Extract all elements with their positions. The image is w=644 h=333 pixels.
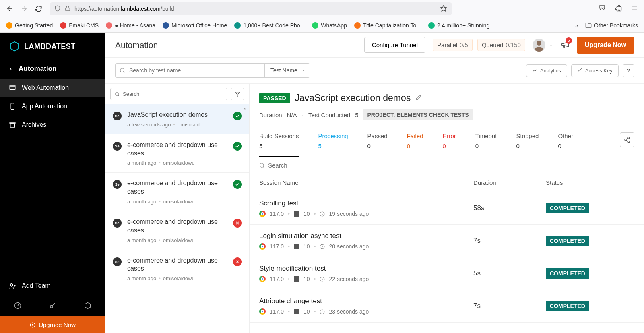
search-type-select[interactable]: Test Name <box>264 64 310 77</box>
chevron-up-icon[interactable] <box>242 106 248 112</box>
session-row[interactable]: Style modification test 117.0 •10 • 22 s… <box>250 257 644 290</box>
session-status-badge: COMPLETED <box>546 236 589 246</box>
chevron-left-icon <box>9 67 13 71</box>
session-duration: 58s <box>473 199 546 217</box>
overflow-icon[interactable]: » <box>575 22 578 29</box>
edit-icon[interactable] <box>415 94 422 102</box>
svg-marker-16 <box>235 92 240 96</box>
build-item[interactable]: Se e-commerce and dropdown use cases a m… <box>105 134 249 173</box>
tab-label: Error <box>443 132 456 139</box>
bookmark-item[interactable]: Title Capitalization To... <box>354 22 421 29</box>
user-avatar[interactable] <box>533 39 545 52</box>
forward-button[interactable] <box>21 5 28 12</box>
build-item[interactable]: Se JavaScript execution demos a few seco… <box>105 104 249 134</box>
test-search-input[interactable] <box>116 64 264 77</box>
access-key-button[interactable]: Access Key <box>571 64 619 77</box>
share-button[interactable] <box>620 132 634 147</box>
tab-other[interactable]: Other0 <box>558 132 573 156</box>
search-bar: Test Name Analytics Access Key ? <box>105 58 644 84</box>
tab-processing[interactable]: Processing5 <box>318 132 348 156</box>
sidebar-item-app-automation[interactable]: App Automation <box>0 97 105 116</box>
lambdatest-logo-icon <box>9 41 20 52</box>
bookmarks-bar: Getting StartedEmaki CMS● Home - AsanaMi… <box>0 18 644 33</box>
filter-button[interactable] <box>231 88 244 100</box>
bookmark-item[interactable]: Emaki CMS <box>60 22 99 29</box>
session-row[interactable]: Login simulation async test 117.0 •10 • … <box>250 225 644 257</box>
tab-label: Processing <box>318 132 348 139</box>
notifications-button[interactable]: 5 <box>561 40 570 50</box>
col-status: Status <box>546 179 634 186</box>
svg-line-24 <box>626 140 628 141</box>
chrome-icon <box>259 276 266 282</box>
chrome-icon <box>259 243 266 250</box>
extensions-icon[interactable] <box>615 4 622 13</box>
duration-value: N/A <box>287 112 297 118</box>
svg-line-25 <box>626 138 628 139</box>
pocket-icon[interactable] <box>599 4 606 13</box>
star-icon[interactable] <box>440 5 447 13</box>
build-item[interactable]: Se e-commerce and dropdown use cases a m… <box>105 211 249 250</box>
tab-error[interactable]: Error0 <box>443 132 456 156</box>
bookmark-item[interactable]: ● Home - Asana <box>106 22 155 29</box>
tab-count: 0 <box>443 143 446 149</box>
session-meta: 117.0 •10 • 23 seconds ago <box>259 308 473 315</box>
analytics-button[interactable]: Analytics <box>526 64 567 77</box>
tab-timeout[interactable]: Timeout0 <box>475 132 497 156</box>
bookmark-favicon <box>428 22 435 29</box>
session-row[interactable]: Attribute change test 117.0 •10 • 23 sec… <box>250 290 644 323</box>
tab-count: 0 <box>516 143 519 149</box>
tab-stopped[interactable]: Stopped0 <box>516 132 539 156</box>
bookmark-item[interactable]: WhatsApp <box>312 22 347 29</box>
session-duration: 5s <box>473 265 546 282</box>
bookmark-label: Emaki CMS <box>69 22 99 29</box>
shield-icon <box>54 5 61 13</box>
bookmark-label: 1,000+ Best Code Pho... <box>243 22 305 29</box>
archive-icon <box>9 121 16 128</box>
cube-icon[interactable] <box>84 302 91 311</box>
tab-count: 0 <box>367 143 371 149</box>
logo[interactable]: LAMBDATEST <box>0 33 105 59</box>
build-status-icon <box>233 180 242 189</box>
tab-failed[interactable]: Failed0 <box>407 132 423 156</box>
bookmark-item[interactable]: Microsoft Office Home <box>163 22 227 29</box>
back-button[interactable] <box>6 5 13 12</box>
bookmark-item[interactable]: 1,000+ Best Code Pho... <box>234 22 305 29</box>
reload-button[interactable] <box>35 5 42 12</box>
svg-point-26 <box>260 163 264 167</box>
session-search-input[interactable] <box>268 162 634 169</box>
chrome-icon <box>259 211 266 217</box>
tab-label: Timeout <box>475 132 497 139</box>
tab-build-sessions[interactable]: Build Sessions5 <box>259 132 299 157</box>
selenium-icon: Se <box>113 257 122 266</box>
build-item[interactable]: Se e-commerce and dropdown use cases a m… <box>105 173 249 211</box>
col-session-name: Session Name <box>259 179 473 186</box>
other-bookmarks[interactable]: Other Bookmarks <box>585 22 638 29</box>
bookmark-item[interactable]: 2.4 million+ Stunning ... <box>428 22 496 29</box>
help-icon[interactable] <box>14 302 21 311</box>
chevron-down-icon[interactable] <box>549 43 553 48</box>
upgrade-now-button[interactable]: Upgrade Now <box>577 37 634 54</box>
help-button[interactable]: ? <box>623 64 634 77</box>
session-search-row <box>250 157 644 174</box>
configure-tunnel-button[interactable]: Configure Tunnel <box>364 37 425 53</box>
bookmark-label: Title Capitalization To... <box>363 22 421 29</box>
svg-rect-5 <box>10 85 15 90</box>
clock-icon <box>320 244 325 249</box>
svg-point-12 <box>50 305 53 308</box>
builds-search-input[interactable] <box>110 88 227 100</box>
sidebar-upgrade-button[interactable]: Upgrade Now <box>0 316 105 333</box>
bookmark-item[interactable]: Getting Started <box>6 22 53 29</box>
tab-passed[interactable]: Passed0 <box>367 132 388 156</box>
menu-icon[interactable] <box>631 4 638 13</box>
sidebar-item-web-automation[interactable]: Web Automation <box>0 79 105 97</box>
sidebar-item-archives[interactable]: Archives <box>0 116 105 134</box>
sidebar-add-team[interactable]: Add Team <box>0 276 105 296</box>
key-icon[interactable] <box>49 302 56 311</box>
sidebar-heading-automation[interactable]: Automation <box>0 59 105 79</box>
session-row[interactable]: Scrolling test 117.0 •10 • 19 seconds ag… <box>250 192 644 225</box>
col-duration: Duration <box>473 179 546 186</box>
tab-count: 0 <box>407 143 410 149</box>
build-item[interactable]: Se e-commerce and dropdown use cases a m… <box>105 250 249 289</box>
windows-icon <box>294 211 299 217</box>
url-bar[interactable]: https://automation.lambdatest.com/build <box>50 2 452 15</box>
